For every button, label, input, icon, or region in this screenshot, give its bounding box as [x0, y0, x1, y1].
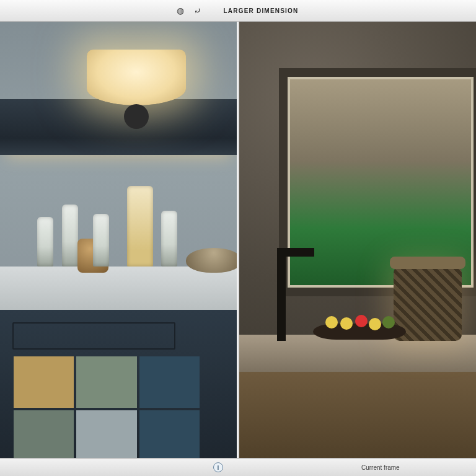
pin-icon[interactable]: ◍ [172, 3, 189, 18]
right-pane-title: LARGER DIMENSION [218, 7, 305, 14]
toolbar: ◍ ⤾ LARGER DIMENSION [0, 0, 476, 22]
left-image [0, 0, 237, 476]
status-bar: i Current frame [0, 458, 476, 476]
status-caption: Current frame [361, 464, 400, 471]
right-pane [239, 0, 476, 476]
reset-icon[interactable]: ⤾ [189, 3, 206, 18]
split-divider[interactable] [237, 0, 239, 476]
right-image [239, 0, 476, 476]
info-icon[interactable]: i [213, 462, 223, 472]
left-pane [0, 0, 239, 476]
